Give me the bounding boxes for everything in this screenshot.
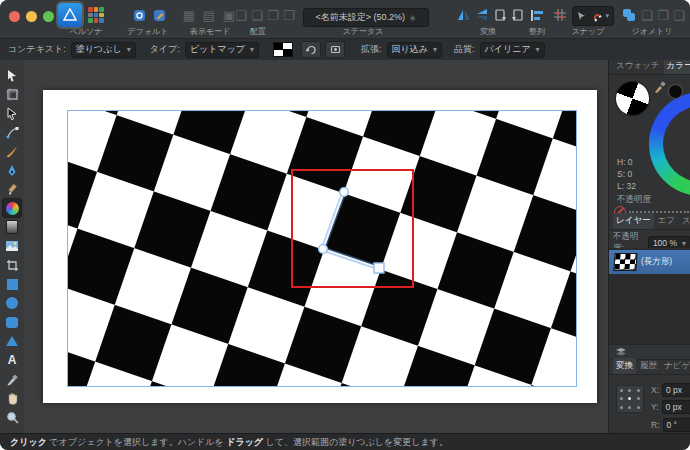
flip-vertical-button[interactable]: [473, 6, 491, 24]
pen-tool[interactable]: [3, 161, 21, 179]
fit-bitmap-button[interactable]: [325, 41, 345, 58]
tab-transform[interactable]: 変換: [613, 358, 636, 374]
ellipse-tool[interactable]: [3, 294, 21, 312]
layer-list: (長方形): [609, 248, 690, 344]
geometry-add-button[interactable]: [620, 6, 638, 24]
rotate-ccw-button[interactable]: [491, 6, 509, 24]
layers-opacity-value: 100 %: [653, 238, 677, 248]
extend-value: 回り込み: [392, 43, 428, 56]
rotate-cw-button[interactable]: [508, 6, 526, 24]
triangle-tool[interactable]: [3, 332, 21, 350]
rounded-rectangle-tool[interactable]: [3, 313, 21, 331]
color-eyedropper-icon[interactable]: [653, 80, 667, 94]
r-field[interactable]: 0 °: [663, 418, 690, 432]
context-dropdown[interactable]: 塗りつぶし ▾: [71, 42, 136, 58]
type-value: ビットマップ: [190, 43, 245, 56]
layer-thumbnail: [613, 253, 637, 271]
minimize-window-button[interactable]: [26, 11, 37, 22]
point-transform-tool[interactable]: [3, 123, 21, 141]
rotate-bitmap-button[interactable]: [301, 41, 321, 58]
rectangle-tool[interactable]: [3, 275, 21, 293]
tab-styles[interactable]: スタ: [679, 213, 690, 229]
view-mode-split-icon[interactable]: ▤: [200, 6, 218, 24]
node-tool[interactable]: [3, 104, 21, 122]
tab-history[interactable]: 履歴: [637, 358, 660, 374]
artistic-text-tool[interactable]: A: [3, 351, 21, 369]
eyedropper-icon: [6, 373, 18, 386]
artboard-tool-icon: [6, 88, 19, 101]
synchronize-defaults-button[interactable]: [130, 6, 148, 24]
transform-x-row: X: 0 px: [651, 383, 690, 397]
vector-brush-tool-icon: [6, 145, 19, 158]
place-image-tool[interactable]: [3, 237, 21, 255]
snapping-grid-button[interactable]: [551, 6, 569, 24]
flip-horizontal-icon: [457, 8, 471, 22]
stroke-color-swatch[interactable]: [669, 85, 682, 98]
place-image-tool-icon: [5, 240, 19, 252]
status-hint-part2: でオブジェクトを選択します。ハンドルを: [47, 437, 226, 447]
point-transform-tool-icon: [6, 126, 19, 139]
type-dropdown[interactable]: ビットマップ ▾: [185, 42, 259, 58]
color-panel-tabs: スウォッチ カラー: [609, 60, 690, 75]
stack-icon[interactable]: [615, 347, 627, 357]
pixel-persona-button[interactable]: [88, 7, 104, 23]
hsl-readout: H: 0 S: 0 L: 32: [617, 156, 636, 192]
color-picker-tool[interactable]: [3, 370, 21, 388]
alignment-button[interactable]: [528, 6, 546, 24]
fill-tool[interactable]: [3, 199, 21, 217]
right-panel: スウォッチ カラー H: 0 S: 0 L: 32 不透明度 レイヤー エフ ス…: [608, 60, 690, 433]
maximize-window-button[interactable]: [43, 11, 54, 22]
flip-horizontal-button[interactable]: [455, 6, 473, 24]
pencil-tool-icon: [6, 183, 19, 196]
boolean-divide-icon[interactable]: ❑: [670, 6, 688, 24]
snapping-toggle[interactable]: ▾: [572, 6, 614, 26]
quality-dropdown[interactable]: バイリニア ▾: [480, 42, 545, 58]
quality-caret-icon: ▾: [536, 45, 540, 54]
vector-crop-tool[interactable]: [3, 256, 21, 274]
pencil-tool[interactable]: [3, 180, 21, 198]
move-tool[interactable]: [3, 66, 21, 84]
defaults-group-label: デフォルト: [128, 26, 169, 37]
designer-persona-button[interactable]: [58, 3, 82, 27]
arrange-back-icon[interactable]: ❒: [280, 6, 298, 24]
view-mode-grid-icon[interactable]: ▦: [180, 6, 198, 24]
tab-effects[interactable]: エフ: [655, 213, 678, 229]
transparency-tool-icon: [6, 220, 18, 234]
extend-caret-icon: ▾: [433, 45, 437, 54]
status-bar: クリック でオブジェクトを選択します。ハンドルを ドラッグ して、選択範囲の塗り…: [0, 433, 690, 450]
hand-icon: [6, 392, 19, 405]
tab-navigator[interactable]: ナビゲー: [661, 358, 690, 374]
extend-label: 拡張:: [361, 43, 382, 56]
bitmap-fill-swatch[interactable]: [273, 42, 293, 57]
document-page[interactable]: [43, 90, 597, 403]
fit-icon: [330, 44, 341, 55]
layers-panel-tabs: レイヤー エフ スタ: [609, 215, 690, 230]
layer-row-rectangle[interactable]: (長方形): [609, 250, 690, 274]
geometry-group-label: ジオメトリ: [632, 26, 673, 37]
y-field[interactable]: 0 px: [662, 400, 690, 414]
active-fill-swatch[interactable]: [616, 82, 649, 115]
edit-defaults-button[interactable]: [150, 6, 168, 24]
document-status-value: <名前未設定> (50.2%): [315, 11, 405, 24]
zoom-tool[interactable]: [3, 408, 21, 426]
x-field[interactable]: 0 px: [662, 383, 690, 397]
tab-color[interactable]: カラー: [664, 60, 690, 74]
extend-dropdown[interactable]: 回り込み ▾: [387, 42, 442, 58]
view-tool[interactable]: [3, 389, 21, 407]
document-status-dropdown[interactable]: <名前未設定> (50.2%) ∗: [303, 8, 429, 27]
anchor-point-selector[interactable]: [616, 385, 644, 413]
transparency-tool[interactable]: [3, 218, 21, 236]
artboard-tool[interactable]: [3, 85, 21, 103]
close-window-button[interactable]: [9, 11, 20, 22]
quality-value: バイリニア: [485, 43, 531, 56]
app-window: ペルソナ デフォルト ▦ ▤ ▣ 表示モード ❑ ❏ ❐ ❒ 配置 <名前未設定…: [0, 0, 690, 450]
tab-layers[interactable]: レイヤー: [613, 213, 654, 229]
triangle-tool-icon: [6, 336, 18, 346]
vector-brush-tool[interactable]: [3, 142, 21, 160]
tools-panel: A: [0, 60, 25, 433]
snap-cursor-icon: [577, 11, 586, 21]
canvas-viewport[interactable]: [24, 60, 608, 433]
magnifier-icon: [6, 411, 19, 424]
fill-extent-outline[interactable]: [291, 169, 414, 288]
tab-swatches[interactable]: スウォッチ: [613, 60, 663, 74]
